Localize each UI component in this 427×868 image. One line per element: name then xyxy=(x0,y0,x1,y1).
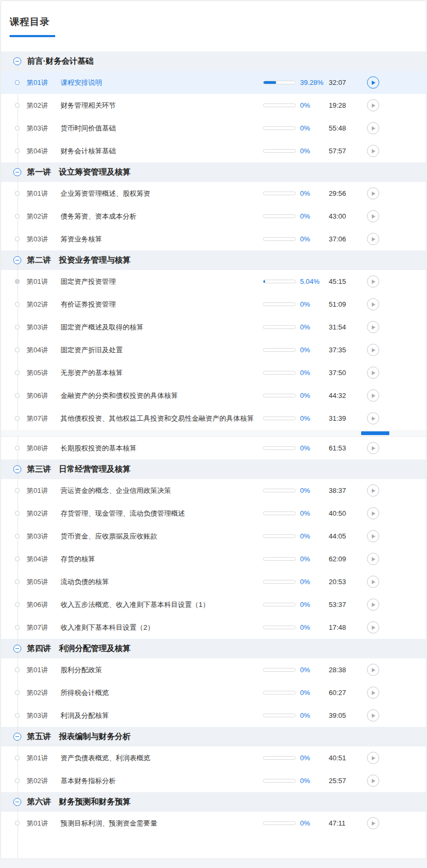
play-button[interactable] xyxy=(367,530,379,542)
play-button[interactable] xyxy=(367,321,379,333)
lesson-row[interactable]: 第03讲 固定资产概述及取得的核算 0% 31:54 xyxy=(1,316,426,338)
play-button[interactable] xyxy=(367,187,379,199)
progress-bar xyxy=(263,756,296,760)
section-rows: 第01讲 预测目标利润、预测资金需要量 0% 47:11 xyxy=(1,812,426,835)
lesson-row[interactable]: 第04讲 财务会计核算基础 0% 57:57 xyxy=(1,140,426,162)
lesson-number: 第01讲 xyxy=(27,665,53,675)
lesson-row[interactable]: 第03讲 货币时间价值基础 0% 55:48 xyxy=(1,117,426,140)
progress-percent: 5.04% xyxy=(300,277,324,285)
lesson-row[interactable]: 第06讲 收入五步法概览、收入准则下基本科目设置（1） 0% 53:37 xyxy=(1,593,426,616)
lesson-row[interactable]: 第01讲 资产负债表概览、利润表概览 0% 40:51 xyxy=(1,747,426,769)
play-button[interactable] xyxy=(367,275,379,288)
progress-bar xyxy=(263,192,296,195)
play-button[interactable] xyxy=(367,442,379,454)
lesson-status-dot-icon xyxy=(15,534,20,539)
lesson-row[interactable]: 第03讲 筹资业务核算 0% 37:06 xyxy=(1,228,426,250)
play-button[interactable] xyxy=(367,298,379,310)
play-button[interactable] xyxy=(367,576,379,588)
section-header[interactable]: 第六讲 财务预测和财务预算 xyxy=(1,792,426,812)
minus-circle-icon[interactable] xyxy=(13,465,21,473)
lesson-row[interactable]: 第01讲 企业筹资管理概述、股权筹资 0% 29:56 xyxy=(1,182,426,205)
play-button[interactable] xyxy=(367,709,379,722)
minus-circle-icon[interactable] xyxy=(13,168,21,176)
play-button[interactable] xyxy=(367,389,379,402)
lesson-duration: 28:38 xyxy=(329,666,350,674)
lesson-row[interactable]: 第02讲 所得税会计概览 0% 60:27 xyxy=(1,681,426,704)
progress-percent: 0% xyxy=(300,300,324,308)
section-header[interactable]: 第三讲 日常经营管理及核算 xyxy=(1,459,426,479)
play-button[interactable] xyxy=(367,412,379,424)
progress-percent: 0% xyxy=(300,532,324,540)
minus-circle-icon[interactable] xyxy=(13,256,21,264)
minus-circle-icon[interactable] xyxy=(13,645,21,653)
lesson-row[interactable]: 第02讲 债务筹资、资本成本分析 0% 43:00 xyxy=(1,205,426,228)
play-button[interactable] xyxy=(367,344,379,356)
section-header[interactable]: 第五讲 报表编制与财务分析 xyxy=(1,727,426,747)
play-icon xyxy=(372,81,375,85)
lesson-row[interactable]: 第07讲 收入准则下基本科目设置（2） 0% 17:48 xyxy=(1,616,426,639)
play-button[interactable] xyxy=(367,752,379,764)
lesson-title: 存货管理、现金管理、流动负债管理概述 xyxy=(61,509,260,518)
play-button[interactable] xyxy=(367,687,379,699)
play-button[interactable] xyxy=(367,621,379,633)
play-button[interactable] xyxy=(367,76,379,89)
play-button[interactable] xyxy=(367,210,379,222)
lesson-number: 第01讲 xyxy=(27,753,53,763)
play-button[interactable] xyxy=(367,484,379,497)
section-header[interactable]: 第四讲 利润分配管理及核算 xyxy=(1,639,426,658)
lesson-number: 第02讲 xyxy=(27,212,53,221)
progress-percent: 0% xyxy=(300,578,324,586)
play-button[interactable] xyxy=(367,233,379,245)
lesson-row[interactable]: 第04讲 存货的核算 0% 62:09 xyxy=(1,548,426,570)
play-button[interactable] xyxy=(367,553,379,565)
lesson-row[interactable]: 第04讲 固定资产折旧及处置 0% 37:35 xyxy=(1,338,426,361)
lesson-status-dot-icon xyxy=(15,416,20,421)
play-button[interactable] xyxy=(367,817,379,829)
play-button[interactable] xyxy=(367,775,379,787)
minus-circle-icon[interactable] xyxy=(13,57,21,65)
lesson-row[interactable]: 第01讲 营运资金的概念、企业信用政策决策 0% 38:37 xyxy=(1,479,426,502)
lesson-row[interactable]: 第02讲 有价证券投资管理 0% 51:09 xyxy=(1,293,426,316)
section-rows: 第01讲 企业筹资管理概述、股权筹资 0% 29:56 第02讲 债务筹资、资本… xyxy=(1,182,426,250)
minus-circle-icon[interactable] xyxy=(13,798,21,806)
play-button[interactable] xyxy=(367,598,379,611)
lesson-row[interactable]: 第01讲 固定资产投资管理 5.04% 45:15 xyxy=(1,270,426,293)
progress-percent: 0% xyxy=(300,392,324,400)
lesson-row[interactable]: 第07讲 其他债权投资、其他权益工具投资和交易性金融资产的具体核算 0% 31:… xyxy=(1,407,426,430)
play-icon xyxy=(372,557,375,561)
lesson-duration: 37:35 xyxy=(329,346,350,354)
lesson-duration: 37:06 xyxy=(329,235,350,243)
section-header[interactable]: 前言·财务会计基础 xyxy=(1,51,426,71)
lesson-row[interactable]: 第02讲 财务管理相关环节 0% 19:28 xyxy=(1,94,426,117)
play-button[interactable] xyxy=(367,145,379,157)
lesson-row[interactable]: 第05讲 无形资产的基本核算 0% 37:50 xyxy=(1,361,426,384)
play-button[interactable] xyxy=(367,664,379,676)
lesson-row[interactable]: 第03讲 利润及分配核算 0% 39:05 xyxy=(1,704,426,727)
play-button[interactable] xyxy=(367,507,379,519)
lesson-status-dot-icon xyxy=(15,393,20,398)
lesson-number: 第01讲 xyxy=(27,78,53,88)
lesson-row[interactable]: 第03讲 货币资金、应收票据及应收账款 0% 44:05 xyxy=(1,525,426,548)
play-button[interactable] xyxy=(367,122,379,134)
minus-circle-icon[interactable] xyxy=(13,733,21,741)
horizontal-scrollbar-thumb[interactable] xyxy=(361,431,389,435)
lesson-row[interactable]: 第05讲 流动负债的核算 0% 20:53 xyxy=(1,570,426,593)
section-header[interactable]: 第一讲 设立筹资管理及核算 xyxy=(1,162,426,182)
lesson-row[interactable]: 第01讲 股利分配政策 0% 28:38 xyxy=(1,658,426,681)
horizontal-scrollbar-track[interactable] xyxy=(1,430,426,437)
lesson-row[interactable]: 第08讲 长期股权投资的基本核算 0% 61:53 xyxy=(1,437,426,459)
play-icon xyxy=(372,446,375,450)
lesson-row[interactable]: 第01讲 课程安排说明 39.28% 32:07 xyxy=(1,71,426,94)
lesson-row[interactable]: 第02讲 基本财务指标分析 0% 25:57 xyxy=(1,769,426,792)
lesson-duration: 44:32 xyxy=(329,392,350,400)
lesson-row[interactable]: 第01讲 预测目标利润、预测资金需要量 0% 47:11 xyxy=(1,812,426,835)
lesson-duration: 53:37 xyxy=(329,601,350,609)
play-button[interactable] xyxy=(367,367,379,379)
section-header[interactable]: 第二讲 投资业务管理与核算 xyxy=(1,250,426,270)
progress-bar xyxy=(263,714,296,717)
lesson-row[interactable]: 第06讲 金融资产的分类和债权投资的具体核算 0% 44:32 xyxy=(1,384,426,407)
lesson-number: 第03讲 xyxy=(27,235,53,244)
lesson-row[interactable]: 第02讲 存货管理、现金管理、流动负债管理概述 0% 40:50 xyxy=(1,502,426,525)
lesson-title: 无形资产的基本核算 xyxy=(61,368,260,378)
play-button[interactable] xyxy=(367,99,379,111)
